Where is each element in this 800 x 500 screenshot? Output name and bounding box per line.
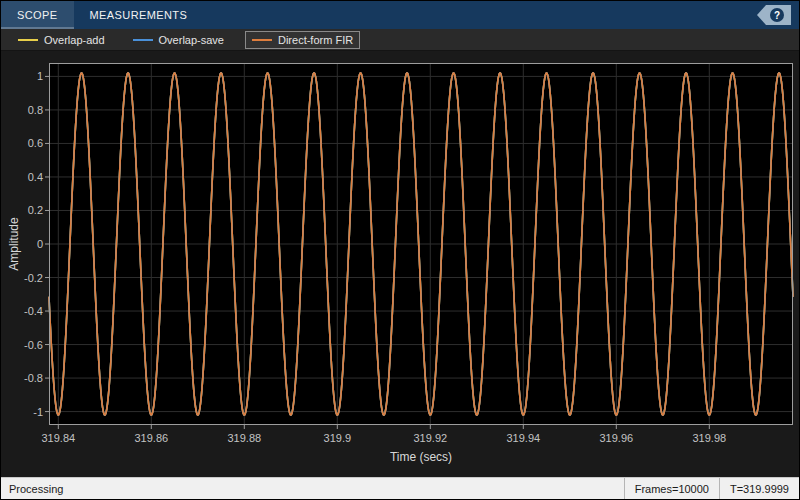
x-tick-label: 319.98 xyxy=(679,431,739,445)
legend-item-direct-form-fir[interactable]: Direct-form FIR xyxy=(245,31,360,49)
x-tick-label: 319.96 xyxy=(586,431,646,445)
legend-line-swatch xyxy=(133,39,153,41)
x-tick-label: 319.94 xyxy=(493,431,553,445)
y-tick-label: 0.8 xyxy=(5,103,43,117)
tab-scope[interactable]: SCOPE xyxy=(1,1,74,29)
plot-canvas[interactable] xyxy=(43,57,799,431)
legend-line-swatch xyxy=(252,39,272,41)
y-tick-label: -0.6 xyxy=(5,338,43,352)
status-frames: Frames=10000 xyxy=(624,478,719,499)
y-tick-label: -0.8 xyxy=(5,371,43,385)
x-tick-label: 319.86 xyxy=(121,431,181,445)
y-tick-label: 0.6 xyxy=(5,136,43,150)
tab-measurements[interactable]: MEASUREMENTS xyxy=(74,1,204,29)
plot-panel: Amplitude 319.84319.86319.88319.9319.923… xyxy=(1,51,799,477)
help-icon: ? xyxy=(770,8,784,22)
legend-item-label: Direct-form FIR xyxy=(278,34,353,46)
scope-window: SCOPE MEASUREMENTS ? Overlap-addOverlap-… xyxy=(0,0,800,500)
x-tick-label: 319.84 xyxy=(28,431,88,445)
toolstrip: SCOPE MEASUREMENTS ? xyxy=(1,1,799,29)
legend-item-label: Overlap-add xyxy=(44,34,105,46)
help-button[interactable]: ? xyxy=(757,5,791,25)
y-tick-label: -1 xyxy=(5,405,43,419)
y-tick-label: -0.4 xyxy=(5,304,43,318)
x-axis-label: Time (secs) xyxy=(49,450,793,464)
legend-item-overlap-add[interactable]: Overlap-add xyxy=(11,31,112,49)
status-time: T=319.9999 xyxy=(719,478,799,499)
y-tick-label: 0.4 xyxy=(5,170,43,184)
legend-item-overlap-save[interactable]: Overlap-save xyxy=(126,31,231,49)
x-tick-label: 319.92 xyxy=(400,431,460,445)
legend-line-swatch xyxy=(18,39,38,41)
y-tick-label: 1 xyxy=(5,69,43,83)
status-processing: Processing xyxy=(1,483,63,495)
y-tick-label: 0.2 xyxy=(5,203,43,217)
y-tick-label: 0 xyxy=(5,237,43,251)
x-tick-label: 319.9 xyxy=(307,431,367,445)
status-bar: Processing Frames=10000 T=319.9999 xyxy=(1,477,799,499)
legend-item-label: Overlap-save xyxy=(159,34,224,46)
legend: Overlap-addOverlap-saveDirect-form FIR xyxy=(1,29,799,51)
y-tick-label: -0.2 xyxy=(5,271,43,285)
x-tick-label: 319.88 xyxy=(214,431,274,445)
